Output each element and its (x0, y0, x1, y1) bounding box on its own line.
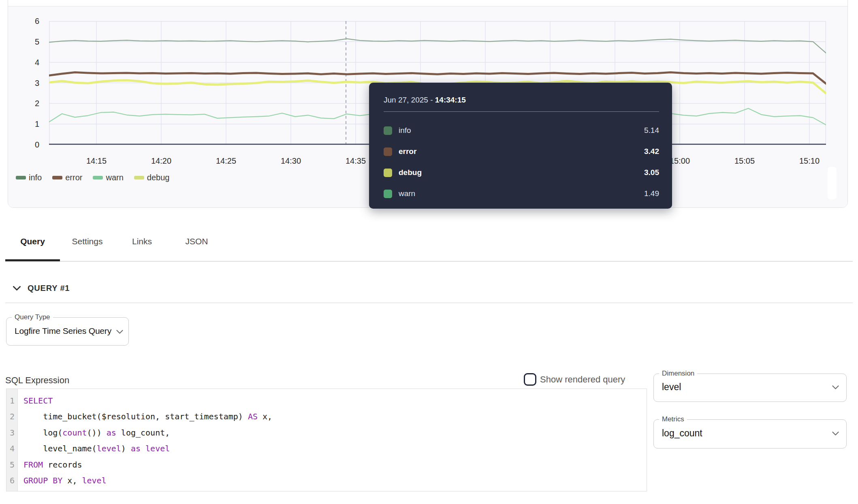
line-number: 4 (6, 441, 17, 457)
code-line: SELECT (23, 393, 272, 409)
series-info (49, 39, 826, 53)
tab-query[interactable]: Query (5, 224, 60, 261)
y-tick-label: 0 (15, 139, 39, 150)
sql-expression-label: SQL Expression (5, 375, 69, 386)
chart-legend: infoerrorwarndebug (16, 173, 180, 182)
legend-swatch-warn (93, 176, 103, 179)
tooltip-value: 5.14 (644, 126, 659, 135)
tabbar: QuerySettingsLinksJSON (5, 224, 224, 261)
dimension-label: Dimension (659, 369, 697, 378)
show-rendered-query: Show rendered query (524, 373, 625, 386)
tab-json[interactable]: JSON (169, 224, 224, 261)
editor-gutter: 123456 (6, 389, 18, 491)
line-number: 6 (6, 473, 17, 489)
tooltip-row-warn: warn1.49 (384, 183, 659, 204)
legend-item[interactable]: info (16, 173, 42, 182)
tooltip-row-error: error3.42 (384, 141, 659, 162)
show-rendered-query-label: Show rendered query (540, 374, 625, 385)
tooltip-label: info (399, 126, 411, 135)
line-number: 1 (6, 393, 17, 409)
editor-code[interactable]: SELECT time_bucket($resolution, start_ti… (18, 389, 272, 491)
tooltip-label: warn (399, 189, 415, 198)
legend-swatch-debug (134, 176, 144, 179)
show-rendered-query-checkbox[interactable] (524, 373, 536, 386)
tooltip-timestamp: Jun 27, 2025 - 14:34:15 (384, 93, 659, 107)
y-tick-label: 6 (15, 16, 39, 26)
tooltip-swatch-warn (384, 190, 392, 198)
tooltip-value: 3.42 (644, 147, 659, 156)
tooltip-value: 1.49 (644, 189, 659, 198)
tooltip-divider (384, 111, 659, 112)
page: 6543210 14:1514:2014:2514:3014:3514:4014… (0, 0, 858, 504)
code-line: log(count()) as log_count, (23, 425, 272, 441)
y-tick-label: 4 (15, 57, 39, 68)
tooltip-row-info: info5.14 (384, 120, 659, 141)
y-tick-label: 5 (15, 36, 39, 47)
legend-label: info (29, 173, 42, 182)
chevron-down-icon[interactable] (13, 286, 21, 291)
legend-item[interactable]: error (52, 173, 82, 182)
x-tick-label: 15:10 (783, 156, 836, 166)
y-tick-label: 2 (15, 98, 39, 109)
x-tick-label: 14:15 (70, 156, 123, 166)
tab-settings[interactable]: Settings (60, 224, 115, 261)
line-number: 5 (6, 457, 17, 473)
legend-label: debug (147, 173, 170, 182)
metrics-select[interactable]: Metrics log_count (653, 415, 847, 448)
tooltip-swatch-info (384, 126, 392, 135)
tooltip-label: error (399, 147, 416, 156)
x-tick-label: 14:30 (265, 156, 317, 166)
legend-item[interactable]: debug (134, 173, 170, 182)
code-line: FROM records (23, 457, 272, 473)
x-tick-label: 15:05 (718, 156, 771, 166)
legend-swatch-info (16, 176, 26, 179)
tab-links[interactable]: Links (115, 224, 169, 261)
chevron-down-icon (832, 431, 839, 436)
legend-label: warn (106, 173, 123, 182)
code-line: time_bucket($resolution, start_timestamp… (23, 409, 272, 425)
legend-label: error (65, 173, 82, 182)
chart-tooltip: Jun 27, 2025 - 14:34:15 info5.14error3.4… (369, 83, 672, 209)
tooltip-row-debug: debug3.05 (384, 162, 659, 183)
query-type-select[interactable]: Query Type Logfire Time Series Query (6, 313, 129, 346)
query-type-value: Logfire Time Series Query (15, 326, 111, 336)
tooltip-value: 3.05 (644, 168, 659, 177)
legend-swatch-error (52, 176, 62, 179)
dimension-select[interactable]: Dimension level (653, 369, 847, 402)
legend-item[interactable]: warn (93, 173, 123, 182)
x-tick-label: 14:20 (135, 156, 188, 166)
tooltip-swatch-error (384, 147, 392, 156)
scrollbar-thumb[interactable] (828, 167, 837, 199)
query-section-title: QUERY #1 (28, 284, 70, 293)
code-line: level_name(level) as level (23, 441, 272, 457)
metrics-label: Metrics (659, 415, 687, 423)
sql-editor[interactable]: 123456 SELECT time_bucket($resolution, s… (6, 389, 647, 491)
y-tick-label: 1 (15, 119, 39, 129)
code-line: GROUP BY x, level (23, 473, 272, 489)
line-number: 3 (6, 425, 17, 441)
query-divider (5, 303, 853, 303)
x-tick-label: 14:25 (200, 156, 252, 166)
line-number: 2 (6, 409, 17, 425)
metrics-value: log_count (662, 428, 702, 439)
query-section-header[interactable]: QUERY #1 (13, 284, 70, 293)
query-type-label: Query Type (12, 313, 53, 321)
tooltip-swatch-debug (384, 169, 392, 177)
tooltip-label: debug (399, 168, 422, 177)
chevron-down-icon (832, 385, 839, 390)
chevron-down-icon (116, 330, 123, 334)
y-tick-label: 3 (15, 78, 39, 88)
dimension-value: level (662, 382, 681, 393)
tooltip-rows: info5.14error3.42debug3.05warn1.49 (384, 120, 659, 204)
